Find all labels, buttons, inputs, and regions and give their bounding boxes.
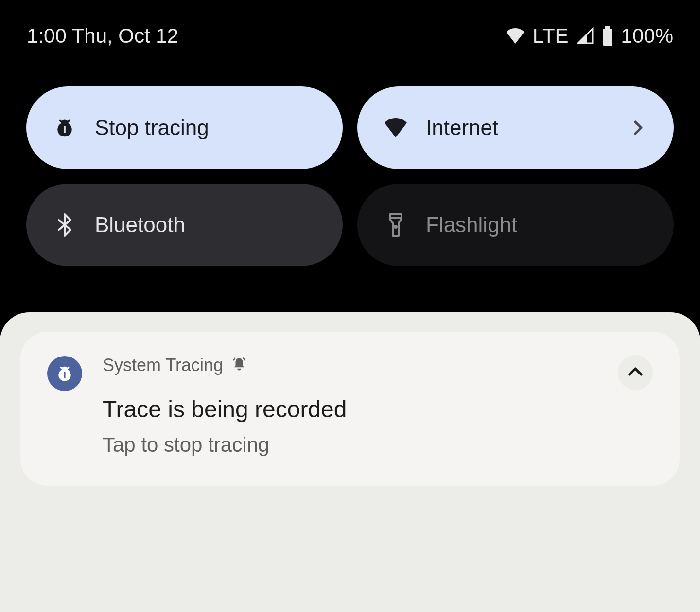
notification-subtitle: Tap to stop tracing bbox=[103, 433, 597, 457]
notification-app-icon bbox=[47, 356, 82, 391]
battery-icon bbox=[602, 26, 613, 46]
tile-stop-tracing[interactable]: Stop tracing bbox=[26, 86, 343, 169]
tile-label: Bluetooth bbox=[95, 213, 316, 237]
tile-label: Flashlight bbox=[426, 213, 647, 237]
svg-line-11 bbox=[244, 358, 245, 360]
wifi-icon bbox=[384, 116, 407, 139]
wifi-icon bbox=[506, 28, 525, 44]
notification-panel: System Tracing Trace is being recorded T… bbox=[0, 312, 700, 612]
chevron-up-icon bbox=[628, 367, 643, 378]
status-right: LTE 100% bbox=[506, 24, 673, 48]
bell-icon bbox=[232, 357, 246, 374]
chevron-right-icon bbox=[630, 119, 647, 136]
quick-settings-tiles: Stop tracing Internet Bluetooth Flashlig… bbox=[0, 67, 700, 266]
bluetooth-icon bbox=[53, 213, 76, 237]
notification-header: System Tracing bbox=[103, 355, 597, 375]
battery-percent: 100% bbox=[621, 24, 673, 48]
svg-line-10 bbox=[234, 358, 235, 360]
tile-bluetooth[interactable]: Bluetooth bbox=[26, 184, 343, 266]
svg-point-6 bbox=[395, 226, 397, 228]
tile-internet[interactable]: Internet bbox=[357, 86, 674, 169]
notification-card[interactable]: System Tracing Trace is being recorded T… bbox=[20, 332, 680, 486]
svg-point-4 bbox=[61, 120, 69, 125]
notification-content: System Tracing Trace is being recorded T… bbox=[103, 355, 597, 457]
notification-title: Trace is being recorded bbox=[103, 396, 597, 423]
flashlight-icon bbox=[384, 213, 407, 237]
bug-icon bbox=[53, 116, 76, 139]
network-label: LTE bbox=[533, 24, 569, 48]
tile-label: Stop tracing bbox=[95, 116, 316, 140]
svg-rect-8 bbox=[64, 372, 65, 378]
collapse-button[interactable] bbox=[618, 355, 653, 390]
status-bar: 1:00 Thu, Oct 12 LTE 100% bbox=[0, 0, 700, 67]
svg-rect-1 bbox=[603, 29, 612, 46]
status-time-date: 1:00 Thu, Oct 12 bbox=[27, 24, 178, 48]
svg-rect-0 bbox=[605, 26, 610, 29]
notification-app-name: System Tracing bbox=[103, 355, 223, 375]
tile-label: Internet bbox=[426, 116, 611, 140]
svg-point-9 bbox=[62, 367, 68, 372]
tile-flashlight[interactable]: Flashlight bbox=[357, 184, 674, 266]
signal-icon bbox=[577, 27, 594, 45]
svg-rect-3 bbox=[64, 126, 66, 133]
